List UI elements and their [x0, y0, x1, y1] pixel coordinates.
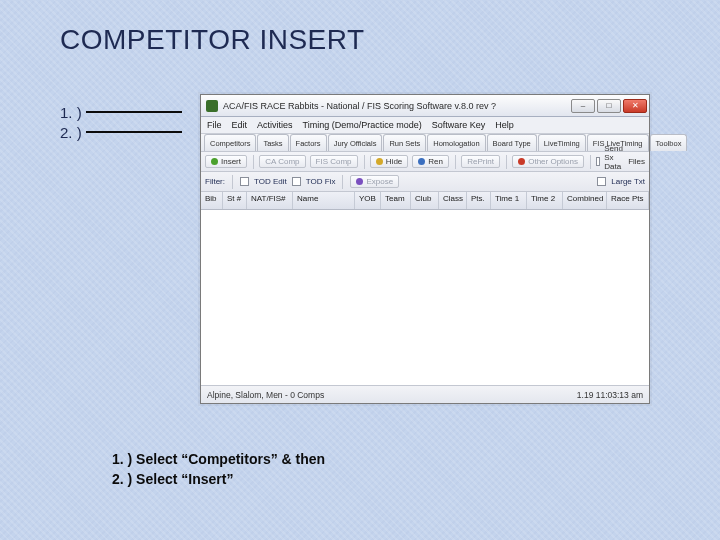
col-combined[interactable]: Combined [563, 192, 607, 209]
filter-label: Filter: [205, 177, 225, 186]
sendsx-checkbox[interactable] [596, 157, 600, 166]
col-team[interactable]: Team [381, 192, 411, 209]
menu-softwarekey[interactable]: Software Key [432, 120, 486, 130]
callout-markers: 1. ) 2. ) [60, 102, 182, 142]
files-label: Files [628, 157, 645, 166]
plus-icon [211, 158, 218, 165]
tab-jury[interactable]: Jury Officials [328, 134, 383, 151]
menu-timing[interactable]: Timing (Demo/Practice mode) [303, 120, 422, 130]
insert-button[interactable]: Insert [205, 155, 247, 168]
tab-competitors[interactable]: Competitors [204, 134, 256, 151]
separator [342, 175, 343, 189]
eye-icon [376, 158, 383, 165]
callout-num-1: 1. ) [60, 104, 86, 121]
todfix-checkbox[interactable] [292, 177, 301, 186]
ren-button[interactable]: Ren [412, 155, 449, 168]
col-racepts[interactable]: Race Pts [607, 192, 649, 209]
col-class[interactable]: Class [439, 192, 467, 209]
hide-button[interactable]: Hide [370, 155, 408, 168]
cacomp-button[interactable]: CA Comp [259, 155, 305, 168]
minimize-button[interactable]: – [571, 99, 595, 113]
ren-icon [418, 158, 425, 165]
grid-body[interactable] [201, 210, 649, 385]
col-time1[interactable]: Time 1 [491, 192, 527, 209]
filterbar: Filter: TOD Edit TOD Fix Expose Large Tx… [201, 172, 649, 192]
toolbar: Insert CA Comp FIS Comp Hide Ren RePrint… [201, 152, 649, 172]
menu-help[interactable]: Help [495, 120, 514, 130]
todfix-label: TOD Fix [306, 177, 336, 186]
menu-activities[interactable]: Activities [257, 120, 293, 130]
window-title: ACA/FIS RACE Rabbits - National / FIS Sc… [223, 101, 569, 111]
separator [232, 175, 233, 189]
col-club[interactable]: Club [411, 192, 439, 209]
titlebar[interactable]: ACA/FIS RACE Rabbits - National / FIS Sc… [201, 95, 649, 117]
col-bib[interactable]: Bib [201, 192, 223, 209]
close-button[interactable]: ✕ [623, 99, 647, 113]
col-name[interactable]: Name [293, 192, 355, 209]
instruction-1: 1. ) Select “Competitors” & then [112, 450, 325, 470]
col-time2[interactable]: Time 2 [527, 192, 563, 209]
col-natfis[interactable]: NAT/FIS# [247, 192, 293, 209]
col-yob[interactable]: YOB [355, 192, 381, 209]
tab-homolog[interactable]: Homologation [427, 134, 485, 151]
reprint-button[interactable]: RePrint [461, 155, 500, 168]
statusbar: Alpine, Slalom, Men - 0 Comps 1.19 11:03… [201, 385, 649, 403]
col-pts[interactable]: Pts. [467, 192, 491, 209]
maximize-button[interactable]: □ [597, 99, 621, 113]
todedit-checkbox[interactable] [240, 177, 249, 186]
instructions: 1. ) Select “Competitors” & then 2. ) Se… [112, 450, 325, 489]
tab-livetiming[interactable]: LiveTiming [538, 134, 586, 151]
todedit-label: TOD Edit [254, 177, 287, 186]
gear-icon [518, 158, 525, 165]
largetxt-label: Large Txt [611, 177, 645, 186]
menu-edit[interactable]: Edit [232, 120, 248, 130]
app-window: ACA/FIS RACE Rabbits - National / FIS Sc… [200, 94, 650, 404]
col-st[interactable]: St # [223, 192, 247, 209]
otheroptions-button[interactable]: Other Options [512, 155, 584, 168]
slide-title: COMPETITOR INSERT [60, 24, 365, 56]
fiscomp-button[interactable]: FIS Comp [310, 155, 358, 168]
tabbar: Competitors Tasks Factors Jury Officials… [201, 134, 649, 152]
callout-line-1 [86, 111, 182, 113]
app-icon [206, 100, 218, 112]
tab-tasks[interactable]: Tasks [257, 134, 288, 151]
callout-line-2 [86, 131, 182, 133]
callout-num-2: 2. ) [60, 124, 86, 141]
tab-factors[interactable]: Factors [290, 134, 327, 151]
tab-boardtype[interactable]: Board Type [487, 134, 537, 151]
instruction-2: 2. ) Select “Insert” [112, 470, 325, 490]
tab-runsets[interactable]: Run Sets [383, 134, 426, 151]
status-left: Alpine, Slalom, Men - 0 Comps [207, 390, 324, 400]
menubar: File Edit Activities Timing (Demo/Practi… [201, 117, 649, 134]
expose-icon [356, 178, 363, 185]
menu-file[interactable]: File [207, 120, 222, 130]
grid-header: Bib St # NAT/FIS# Name YOB Team Club Cla… [201, 192, 649, 210]
status-right: 1.19 11:03:13 am [577, 390, 643, 400]
largetxt-checkbox[interactable] [597, 177, 606, 186]
tab-toolbox[interactable]: Toolbox [650, 134, 688, 151]
expose-button[interactable]: Expose [350, 175, 399, 188]
